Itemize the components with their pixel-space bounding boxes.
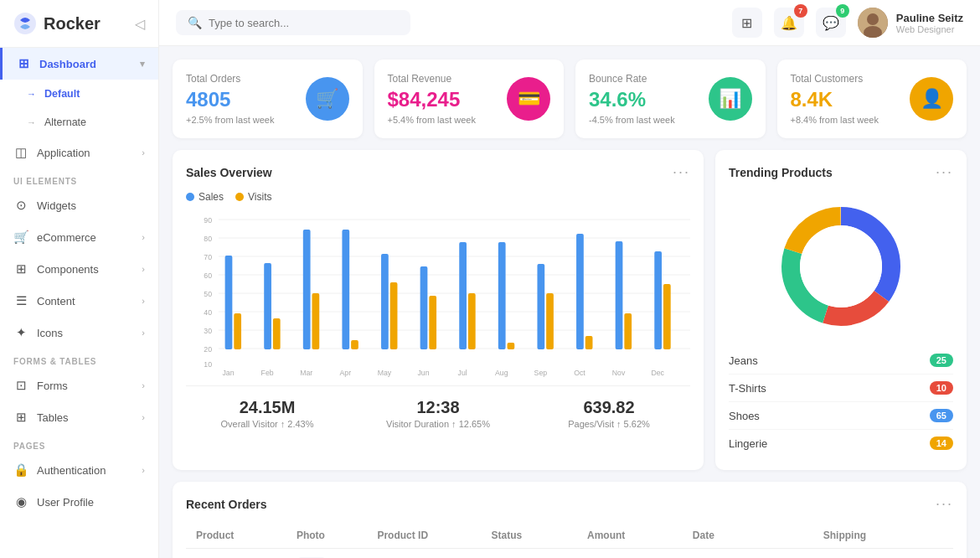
svg-rect-39 bbox=[576, 234, 584, 349]
user-info[interactable]: Pauline Seitz Web Designer bbox=[858, 8, 963, 38]
sidebar-item-default[interactable]: → Default bbox=[0, 80, 158, 108]
sidebar-label-ecommerce: eCommerce bbox=[37, 231, 96, 244]
pages-label: Pages/Visit ↑ 5.62% bbox=[528, 419, 690, 429]
svg-text:90: 90 bbox=[204, 216, 212, 225]
svg-text:20: 20 bbox=[204, 345, 212, 354]
revenue-label: Total Revenue bbox=[388, 73, 476, 85]
visitors-value: 24.15M bbox=[186, 398, 348, 417]
trending-menu[interactable]: ··· bbox=[936, 163, 953, 181]
stat-bounce-info: Bounce Rate 34.6% -4.5% from last week bbox=[589, 73, 675, 125]
sales-overview-card: Sales Overview ··· Sales Visits bbox=[173, 150, 704, 470]
orders-menu[interactable]: ··· bbox=[936, 495, 953, 513]
sidebar-label-application: Application bbox=[37, 147, 90, 159]
revenue-change: +5.4% from last week bbox=[388, 115, 476, 125]
arrow-right-icon: → bbox=[27, 89, 36, 99]
user-role: Web Designer bbox=[896, 24, 963, 34]
sales-overview-menu[interactable]: ··· bbox=[673, 163, 690, 181]
customers-label: Total Customers bbox=[791, 73, 879, 85]
sidebar-item-user-profile[interactable]: ◉ User Profile bbox=[0, 486, 158, 518]
svg-rect-41 bbox=[616, 241, 623, 349]
section-label-forms: FORMS & TABLES bbox=[0, 349, 158, 369]
components-icon: ⊞ bbox=[13, 261, 28, 276]
bounce-icon: 📊 bbox=[709, 77, 752, 121]
sidebar-collapse-button[interactable]: ◁ bbox=[135, 16, 145, 32]
sidebar-label-tables: Tables bbox=[37, 411, 69, 424]
customers-value: 8.4K bbox=[791, 88, 879, 111]
sales-overview-header: Sales Overview ··· bbox=[186, 163, 690, 181]
chevron-right-icon: › bbox=[142, 147, 145, 158]
svg-rect-38 bbox=[546, 293, 554, 349]
sidebar-item-tables[interactable]: ⊞ Tables › bbox=[0, 401, 158, 433]
stats-row: Total Orders 4805 +2.5% from last week 🛒… bbox=[173, 59, 967, 138]
trending-badge-jeans: 25 bbox=[930, 354, 953, 367]
trending-item-shoes: Shoes 65 bbox=[729, 402, 953, 430]
notifications-button[interactable]: 🔔 7 bbox=[774, 8, 804, 38]
sidebar-item-alternate[interactable]: → Alternate bbox=[0, 108, 158, 137]
bar-chart-svg: 90 80 70 60 50 40 30 20 10 bbox=[186, 211, 690, 379]
grid-view-button[interactable]: ⊞ bbox=[732, 8, 762, 38]
legend-sales: Sales bbox=[186, 191, 224, 203]
sidebar-label-dashboard: Dashboard bbox=[39, 58, 96, 70]
order-product-name: Iphone 5 bbox=[186, 549, 286, 559]
svg-text:Feb: Feb bbox=[261, 369, 274, 377]
stat-card-customers: Total Customers 8.4K +8.4% from last wee… bbox=[777, 59, 967, 138]
header: 🔍 ⊞ 🔔 7 💬 9 bbox=[159, 0, 980, 46]
table-row: Iphone 5 #9405822 bbox=[186, 549, 953, 559]
svg-text:50: 50 bbox=[204, 290, 212, 298]
duration-label: Visitor Duration ↑ 12.65% bbox=[357, 419, 519, 429]
orders-table: Product Photo Product ID Status Amount D… bbox=[186, 523, 953, 558]
sidebar-item-dashboard[interactable]: ⊞ Dashboard ▾ bbox=[0, 48, 158, 80]
chevron-right-icon: › bbox=[142, 264, 145, 274]
search-box[interactable]: 🔍 bbox=[176, 10, 410, 35]
sidebar-item-content[interactable]: ☰ Content › bbox=[0, 285, 158, 317]
svg-text:40: 40 bbox=[204, 308, 212, 317]
svg-rect-26 bbox=[312, 293, 320, 349]
sidebar-item-components[interactable]: ⊞ Components › bbox=[0, 253, 158, 285]
svg-point-0 bbox=[14, 13, 36, 34]
sidebar-item-widgets[interactable]: ⊙ Widgets bbox=[0, 189, 158, 221]
stat-card-bounce: Bounce Rate 34.6% -4.5% from last week 📊 bbox=[575, 59, 766, 138]
legend-label-visits: Visits bbox=[248, 191, 271, 203]
messages-button[interactable]: 💬 9 bbox=[816, 8, 846, 38]
legend-dot-blue bbox=[186, 193, 194, 201]
stat-card-revenue: Total Revenue $84,245 +5.4% from last we… bbox=[374, 59, 565, 138]
donut-chart bbox=[729, 191, 953, 342]
chart-stat-visitors: 24.15M Overall Visitor ↑ 2.43% bbox=[186, 398, 348, 429]
svg-rect-24 bbox=[273, 318, 281, 349]
bar-chart: 90 80 70 60 50 40 30 20 10 bbox=[186, 211, 690, 379]
orders-table-body: Iphone 5 #9405822 bbox=[186, 549, 953, 559]
sidebar-label-widgets: Widgets bbox=[37, 199, 76, 212]
sidebar-item-icons[interactable]: ✦ Icons › bbox=[0, 317, 158, 349]
sidebar-item-forms[interactable]: ⊡ Forms › bbox=[0, 369, 158, 401]
sidebar-item-application[interactable]: ◫ Application › bbox=[0, 137, 158, 168]
chevron-right-icon: › bbox=[142, 380, 145, 390]
section-label-ui: UI ELEMENTS bbox=[0, 168, 158, 189]
donut-svg bbox=[774, 199, 908, 333]
order-shipping bbox=[813, 549, 953, 559]
col-product: Product bbox=[186, 523, 286, 549]
svg-rect-36 bbox=[508, 343, 515, 349]
svg-rect-43 bbox=[654, 251, 662, 349]
svg-rect-30 bbox=[390, 282, 398, 349]
svg-rect-34 bbox=[468, 293, 476, 349]
sidebar-item-ecommerce[interactable]: 🛒 eCommerce › bbox=[0, 221, 158, 253]
stat-orders-info: Total Orders 4805 +2.5% from last week bbox=[186, 73, 274, 125]
svg-rect-27 bbox=[342, 230, 349, 349]
search-input[interactable] bbox=[209, 17, 399, 29]
notifications-badge: 7 bbox=[794, 4, 807, 18]
svg-text:Apr: Apr bbox=[340, 369, 352, 377]
svg-text:Jan: Jan bbox=[222, 369, 234, 377]
order-date: 03 Feb 2020 bbox=[683, 549, 813, 559]
chart-stat-duration: 12:38 Visitor Duration ↑ 12.65% bbox=[357, 398, 519, 429]
sidebar-item-authentication[interactable]: 🔒 Authentication › bbox=[0, 454, 158, 486]
orders-icon: 🛒 bbox=[306, 77, 349, 121]
orders-change: +2.5% from last week bbox=[186, 115, 274, 125]
sidebar-label-alternate: Alternate bbox=[44, 116, 86, 128]
legend-dot-yellow bbox=[235, 193, 244, 201]
col-product-id: Product ID bbox=[367, 523, 481, 549]
sales-overview-title: Sales Overview bbox=[186, 166, 272, 179]
trending-item-jeans: Jeans 25 bbox=[729, 347, 953, 375]
user-name: Pauline Seitz bbox=[896, 12, 963, 24]
trending-badge-shoes: 65 bbox=[930, 409, 953, 422]
customers-icon: 👤 bbox=[910, 77, 953, 121]
